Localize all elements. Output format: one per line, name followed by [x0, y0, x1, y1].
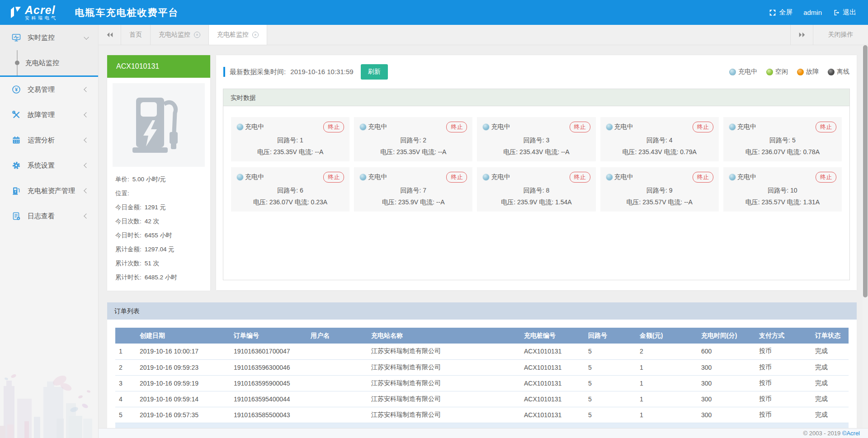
table-cell: 300: [698, 375, 755, 391]
table-row: 32019-10-16 09:59:191910163595900045江苏安科…: [115, 375, 849, 391]
table-cell: 江苏安科瑞制造有限公司: [368, 391, 520, 407]
circuit-card-6: 充电中终止回路号: 6电压: 236.07V 电流: 0.23A: [231, 167, 349, 212]
circuit-number: 回路号: 9: [606, 187, 713, 195]
stop-charging-button[interactable]: 终止: [446, 172, 467, 183]
legend-item-充电中: 充电中: [729, 68, 757, 76]
scrollbar-thumb[interactable]: [863, 45, 868, 297]
charging-status-orb-icon: [482, 174, 490, 181]
circuit-number: 回路号: 4: [606, 137, 713, 145]
chevron-collapsed-icon: [84, 87, 89, 92]
table-cell: 2019-10-16 09:59:23: [136, 359, 230, 375]
circuit-voltage-current: 电压: 235.9V 电流: 1.54A: [482, 198, 590, 207]
stop-charging-button[interactable]: 终止: [693, 122, 713, 132]
circuit-voltage-current: 电压: 235.57V 电流: 1.31A: [729, 198, 836, 207]
stat-label: 今日时长:: [115, 231, 142, 240]
table-cell: 江苏安科瑞制造有限公司: [368, 359, 520, 375]
logout-label: 退出: [843, 8, 856, 17]
stat-value: 1297.04 元: [145, 245, 175, 254]
svg-text:¥: ¥: [15, 87, 18, 92]
logout-button[interactable]: 退出: [833, 8, 856, 17]
table-cell: 300: [698, 359, 755, 375]
stop-charging-button[interactable]: 终止: [816, 172, 836, 183]
table-cell: 投币: [755, 391, 811, 407]
table-cell: 2019-10-16 09:59:19: [136, 375, 230, 391]
circuit-card-4: 充电中终止回路号: 4电压: 235.43V 电流: 0.79A: [600, 117, 719, 161]
legend-label: 充电中: [738, 68, 757, 76]
tab-1[interactable]: 首页: [121, 25, 151, 45]
stat-label: 单价:: [115, 175, 129, 184]
stop-charging-button[interactable]: 终止: [323, 172, 344, 183]
tabs-scroll-left-button[interactable]: [99, 25, 121, 45]
sidebar-subitem-充电站监控[interactable]: 充电站监控: [0, 50, 98, 75]
stat-value: 6485.2 小时: [145, 273, 177, 282]
table-cell: 1910163595900045: [230, 375, 307, 391]
username: admin: [803, 9, 822, 16]
acrel-footer-link[interactable]: ©Acrel: [842, 430, 860, 437]
sidebar-item-label: 实时监控: [28, 33, 55, 42]
sidebar-item-日志查看[interactable]: 日志查看: [0, 203, 98, 229]
stop-charging-button[interactable]: 终止: [570, 172, 590, 183]
stat-label: 累计次数:: [115, 259, 142, 268]
tab-close-icon[interactable]: ×: [252, 32, 259, 38]
circuit-status-label: 充电中: [245, 173, 264, 181]
fullscreen-label: 全屏: [779, 8, 793, 17]
station-stat-line: 单价:5.00 小时/元: [115, 172, 202, 186]
stop-charging-button[interactable]: 终止: [323, 122, 344, 132]
sidebar-item-运营分析[interactable]: 运营分析: [0, 127, 98, 153]
collect-time-value: 2019-10-16 10:31:59: [290, 68, 353, 75]
chevron-collapsed-icon: [84, 112, 89, 117]
table-cell: 江苏安科瑞制造有限公司: [368, 375, 520, 391]
circuit-voltage-current: 电压: 235.35V 电流: --A: [359, 148, 467, 156]
circuit-card-top: 充电中终止: [482, 122, 590, 132]
status-orb-icon: [729, 69, 736, 75]
circuit-voltage-current: 电压: 235.9V 电流: --A: [359, 198, 467, 207]
table-cell: ACX1010131: [520, 391, 585, 407]
circuit-card-2: 充电中终止回路号: 2电压: 235.35V 电流: --A: [354, 117, 472, 161]
vertical-scrollbar[interactable]: [863, 45, 868, 428]
realtime-data-box: 实时数据 充电中终止回路号: 1电压: 235.35V 电流: --A充电中终止…: [223, 89, 850, 280]
stat-label: 累计时长:: [115, 273, 142, 282]
stop-charging-button[interactable]: 终止: [816, 122, 836, 132]
sidebar-item-故障管理[interactable]: 故障管理: [0, 102, 98, 127]
close-operations-button[interactable]: 关闭操作: [813, 25, 868, 45]
stat-label: 累计金额:: [115, 245, 142, 254]
tab-list: 首页充电站监控×充电桩监控×: [121, 25, 267, 45]
table-cell: 1: [636, 359, 698, 375]
sidebar-item-充电桩资产管理[interactable]: 充电桩资产管理: [0, 178, 98, 203]
station-stat-line: 今日时长:6455 小时: [115, 228, 202, 242]
charging-status-orb-icon: [482, 123, 490, 131]
sidebar-item-实时监控[interactable]: 实时监控: [0, 25, 98, 50]
sidebar-item-label: 日志查看: [28, 212, 55, 221]
table-cell: 江苏安科瑞制造有限公司: [368, 344, 520, 359]
station-id: ACX1010131: [107, 55, 210, 78]
table-cell: 300: [698, 407, 755, 423]
tab-3[interactable]: 充电桩监控×: [209, 25, 267, 45]
circuit-number: 回路号: 8: [482, 187, 590, 195]
circuit-card-top: 充电中终止: [359, 172, 467, 183]
refresh-button[interactable]: 刷新: [361, 64, 388, 80]
orders-column-header: 金额(元): [636, 328, 698, 344]
station-stat-line: 累计时长:6485.2 小时: [115, 270, 202, 284]
sidebar-item-系统设置[interactable]: 系统设置: [0, 153, 98, 178]
chevron-collapsed-icon: [84, 188, 89, 193]
monitor-icon: [12, 33, 21, 42]
tabs-scroll-right-button[interactable]: [790, 25, 813, 45]
table-cell: 投币: [755, 344, 811, 359]
tab-2[interactable]: 充电站监控×: [151, 25, 209, 45]
sidebar-item-交易管理[interactable]: ¥交易管理: [0, 77, 98, 102]
tab-bar: 首页充电站监控×充电桩监控× 关闭操作: [99, 25, 868, 45]
tab-close-icon[interactable]: ×: [194, 32, 200, 38]
circuit-number: 回路号: 2: [359, 137, 467, 145]
stop-charging-button[interactable]: 终止: [693, 172, 713, 183]
table-cell: ACX1010131: [520, 344, 585, 359]
sidebar-item-label: 交易管理: [28, 85, 55, 94]
fullscreen-button[interactable]: 全屏: [769, 8, 793, 17]
user-menu[interactable]: admin: [803, 9, 822, 16]
table-cell: 完成: [811, 391, 849, 407]
stop-charging-button[interactable]: 终止: [570, 122, 590, 132]
stop-charging-button[interactable]: 终止: [446, 122, 467, 132]
circuit-status-label: 充电中: [614, 123, 633, 131]
circuit-status-label: 充电中: [614, 173, 633, 181]
status-orb-icon: [828, 69, 835, 75]
brand-name: Acrel: [25, 5, 58, 15]
